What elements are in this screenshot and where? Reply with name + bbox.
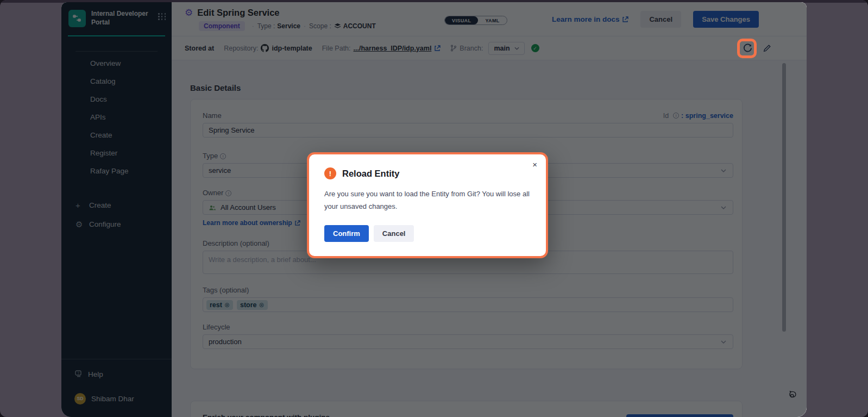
modal-confirm-button[interactable]: Confirm — [324, 225, 369, 242]
reload-entity-modal: × ! Reload Entity Are you sure you want … — [307, 152, 548, 258]
modal-cancel-button[interactable]: Cancel — [374, 225, 414, 242]
modal-close-icon[interactable]: × — [532, 160, 537, 169]
warning-icon: ! — [324, 167, 336, 179]
screenshot-frame: Internal Developer Portal Overview Catal… — [0, 0, 868, 417]
reload-button-highlight-ring — [737, 39, 757, 58]
modal-title: Reload Entity — [342, 169, 399, 179]
modal-body-text: Are you sure you want to load the Entity… — [324, 188, 540, 213]
